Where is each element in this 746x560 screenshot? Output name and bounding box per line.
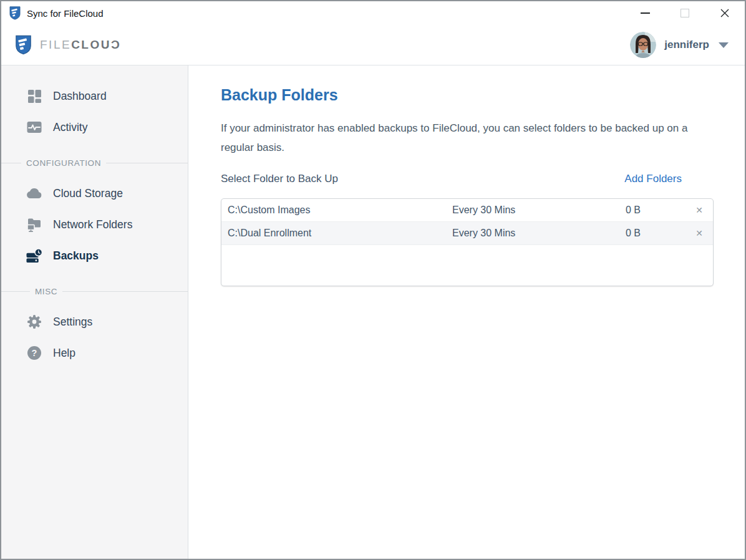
backup-folders-table: C:\Custom Images Every 30 Mins 0 B ✕ C:\… bbox=[221, 198, 714, 286]
folder-path: C:\Custom Images bbox=[228, 205, 452, 216]
sidebar-item-backups[interactable]: Backups bbox=[1, 240, 188, 271]
svg-text:?: ? bbox=[32, 348, 37, 358]
select-folder-label: Select Folder to Back Up bbox=[221, 173, 338, 185]
sidebar-item-cloud-storage[interactable]: Cloud Storage bbox=[1, 178, 188, 209]
backup-size: 0 B bbox=[608, 205, 658, 216]
filecloud-shield-icon bbox=[15, 35, 32, 55]
minimize-button[interactable] bbox=[625, 1, 665, 25]
maximize-button[interactable] bbox=[665, 1, 705, 25]
activity-icon bbox=[26, 121, 42, 133]
remove-folder-icon[interactable]: ✕ bbox=[695, 229, 703, 238]
dashboard-icon bbox=[26, 89, 42, 104]
sidebar-item-label: Cloud Storage bbox=[53, 187, 123, 200]
backup-drive-clock-icon bbox=[26, 248, 42, 264]
close-icon bbox=[720, 8, 730, 18]
sidebar-item-help[interactable]: ? Help bbox=[1, 337, 188, 369]
folder-path: C:\Dual Enrollment bbox=[228, 228, 452, 239]
sidebar-section-configuration: CONFIGURATION bbox=[1, 157, 188, 169]
logo-text-cloud: CLOUƆ bbox=[71, 38, 121, 51]
backup-schedule: Every 30 Mins bbox=[452, 228, 608, 239]
app-header: FILECLOUƆ bbox=[1, 25, 745, 65]
page-title: Backup Folders bbox=[221, 86, 745, 104]
user-menu[interactable]: jenniferp bbox=[630, 32, 729, 58]
content-area: Dashboard Activity CONFIGURATION bbox=[1, 65, 745, 559]
remove-folder-icon[interactable]: ✕ bbox=[695, 206, 703, 215]
sidebar-item-activity[interactable]: Activity bbox=[1, 112, 188, 143]
add-folders-link[interactable]: Add Folders bbox=[624, 173, 682, 185]
sidebar-item-label: Backups bbox=[53, 249, 99, 263]
sidebar-item-settings[interactable]: Settings bbox=[1, 306, 188, 337]
sidebar-item-label: Help bbox=[53, 347, 75, 360]
table-row[interactable]: C:\Custom Images Every 30 Mins 0 B ✕ bbox=[221, 199, 713, 222]
gear-icon bbox=[26, 314, 42, 329]
window-title: Sync for FileCloud bbox=[27, 8, 104, 19]
sidebar-item-label: Dashboard bbox=[53, 90, 107, 103]
app-shield-icon bbox=[9, 6, 21, 20]
page-description: If your administrator has enabled backup… bbox=[221, 118, 717, 157]
backup-schedule: Every 30 Mins bbox=[452, 205, 608, 216]
sidebar-item-label: Settings bbox=[53, 316, 92, 329]
username: jenniferp bbox=[664, 39, 709, 51]
maximize-icon bbox=[681, 9, 689, 17]
sidebar-item-label: Activity bbox=[53, 121, 87, 134]
app-window: Sync for FileCloud bbox=[0, 0, 746, 560]
sidebar-item-network-folders[interactable]: Network Folders bbox=[1, 209, 188, 240]
question-circle-icon: ? bbox=[26, 345, 42, 360]
sidebar: Dashboard Activity CONFIGURATION bbox=[1, 65, 188, 559]
logo-text-file: FILE bbox=[40, 38, 71, 51]
sidebar-item-dashboard[interactable]: Dashboard bbox=[1, 80, 188, 112]
logo-wordmark: FILECLOUƆ bbox=[40, 38, 121, 52]
sidebar-section-misc: MISC bbox=[1, 285, 188, 297]
avatar bbox=[630, 32, 656, 58]
close-button[interactable] bbox=[705, 1, 745, 25]
cloud-icon bbox=[26, 188, 42, 199]
main-panel: Backup Folders If your administrator has… bbox=[188, 65, 745, 559]
titlebar: Sync for FileCloud bbox=[1, 1, 745, 25]
filecloud-logo: FILECLOUƆ bbox=[15, 35, 121, 55]
minimize-icon bbox=[641, 12, 650, 14]
sidebar-item-label: Network Folders bbox=[53, 218, 132, 231]
chevron-down-icon bbox=[719, 42, 729, 48]
network-folder-icon bbox=[26, 217, 42, 232]
window-controls bbox=[625, 1, 745, 25]
backup-size: 0 B bbox=[608, 228, 658, 239]
table-row[interactable]: C:\Dual Enrollment Every 30 Mins 0 B ✕ bbox=[221, 222, 713, 245]
table-header-row: Select Folder to Back Up Add Folders bbox=[221, 173, 714, 185]
